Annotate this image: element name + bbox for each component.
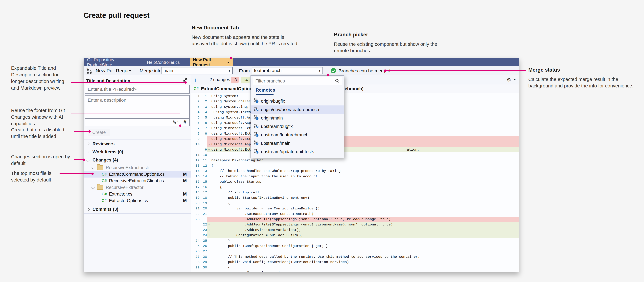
code-text: namespace BikeSharing.Web xyxy=(211,159,264,162)
code-text: // taking the input from the user in to … xyxy=(211,175,320,178)
remote-branch-icon xyxy=(254,149,259,155)
line-number-new: 25 xyxy=(200,238,207,244)
code-text: { xyxy=(211,185,222,189)
connector-line xyxy=(385,70,526,71)
file-label: RecursiveExtractorClient.cs xyxy=(109,178,164,184)
chevron-down-icon: ▾ xyxy=(228,69,230,73)
line-number-old: 20 xyxy=(191,201,200,206)
annotation-title: Merge status xyxy=(528,67,642,73)
csharp-file-icon: C# xyxy=(102,172,107,177)
chevron-down-icon xyxy=(92,166,95,169)
diff-line: 1110 xyxy=(191,152,519,158)
section-commits[interactable]: Commits (3) xyxy=(84,205,191,213)
code-text: using Microsoft.Exte xyxy=(211,132,253,136)
vs-window: Git Repository - ProductStore HelpContro… xyxy=(84,58,519,273)
diff-code: 11using System;22using System.Collect33u… xyxy=(191,94,519,272)
chevron-down-icon xyxy=(92,186,95,189)
diff-line: 2930 { xyxy=(191,265,519,270)
tab-new-pull-request[interactable]: New Pull Request ● xyxy=(190,58,233,66)
line-number-old: 6 xyxy=(191,120,200,126)
line-number-new: 29 xyxy=(200,260,207,265)
line-number-new: 18 xyxy=(200,195,207,201)
filter-branches-input[interactable] xyxy=(253,77,342,85)
line-number-new: 16 xyxy=(200,185,207,190)
branch-item[interactable]: upstream/update-unit-tests xyxy=(251,148,344,156)
create-button[interactable]: Create xyxy=(88,129,110,136)
chevron-right-icon xyxy=(86,150,90,154)
branch-item[interactable]: origin/main xyxy=(251,114,344,122)
divider xyxy=(84,205,191,205)
annotation-new-document-tab: New Document Tab New document tab appear… xyxy=(192,25,308,47)
tree-file-row[interactable]: C# ExtractorOptions.cs M xyxy=(84,197,191,204)
line-number-old: 11 xyxy=(191,152,200,158)
merge-into-select[interactable]: main ▾ xyxy=(161,67,233,74)
remote-branch-icon xyxy=(254,132,259,138)
title-input[interactable] xyxy=(85,85,190,94)
code-text: // This method gets called by the runtim… xyxy=(211,255,420,259)
branch-item[interactable]: upstream/main xyxy=(251,139,344,148)
tab-remotes[interactable]: Remotes xyxy=(256,87,275,93)
connector-dot xyxy=(230,57,232,59)
code-text: using System.Thread xyxy=(211,110,253,114)
code-text: { xyxy=(211,164,214,168)
code-text: public Startup(IHostingEnvironment env) xyxy=(211,196,309,200)
code-text: using System; xyxy=(211,94,238,98)
line-number-new: 28 xyxy=(200,254,207,260)
line-number-new: 5 xyxy=(200,115,207,120)
csharp-file-icon: C# xyxy=(102,198,107,203)
connector-dot xyxy=(384,69,386,72)
diff-line: 9-using Microsoft.Exte xyxy=(191,136,519,142)
diff-line: 1211namespace BikeSharing.Web xyxy=(191,158,519,163)
branch-item[interactable]: origin/bugfix xyxy=(251,97,344,105)
branch-item[interactable]: upstream/bugfix xyxy=(251,122,344,131)
file-label: Extractor.cs xyxy=(109,192,132,197)
line-number-old: 7 xyxy=(191,126,200,131)
from-select[interactable]: featurebranch ▾ xyxy=(252,67,323,74)
line-number-new: 9 xyxy=(200,147,207,152)
section-label: Commits (3) xyxy=(92,207,118,212)
diff-line: 9+using Microsoft.Exteation; xyxy=(191,147,519,152)
tab-git-repository[interactable]: Git Repository - ProductStore xyxy=(84,58,143,66)
gear-icon[interactable]: ⚙ xyxy=(506,76,511,83)
folder-icon xyxy=(97,165,104,170)
code-text: public IConfigurationRoot Configuration … xyxy=(211,244,328,248)
section-changes[interactable]: Changes (4) xyxy=(84,156,191,164)
annotation-body: New document tab appears and the state i… xyxy=(192,34,308,47)
connector-dot xyxy=(83,159,85,161)
tree-file-row[interactable]: C# Extractor.cs M xyxy=(84,191,191,197)
merge-into-value: main xyxy=(164,68,173,73)
ai-generate-icon[interactable]: ✎✦ xyxy=(172,119,179,125)
section-reviewers[interactable]: Reviewers xyxy=(84,140,191,148)
tree-file-row[interactable]: C# ExtractCommandOptions.cs M xyxy=(84,171,191,178)
diff-line: 2425 } xyxy=(191,238,519,244)
annotation-expandable: Expandable Title and Description section… xyxy=(11,65,64,91)
line-number-new: 4 xyxy=(200,110,207,115)
file-label: ExtractorOptions.cs xyxy=(109,198,148,203)
chevron-down-icon[interactable]: ▾ xyxy=(514,77,516,82)
document-tab-bar: Git Repository - ProductStore HelpContro… xyxy=(84,58,519,66)
line-number-new: 26 xyxy=(200,244,207,249)
code-text: using Microsoft.Asp xyxy=(211,116,253,119)
line-number-new: 15 xyxy=(200,179,207,185)
chevron-right-icon xyxy=(86,142,90,145)
line-number-new: 11 xyxy=(200,158,207,163)
tree-file-row[interactable]: C# RecursiveExtractorClient.cs M xyxy=(84,178,191,184)
tab-helpcontroller[interactable]: HelpController.cs xyxy=(144,58,189,66)
previous-change-icon[interactable]: ↑ xyxy=(194,77,197,83)
title-description-header: Title and Description xyxy=(86,78,130,83)
branch-item[interactable]: origin/dev/user/featurebranch xyxy=(251,105,344,114)
line-number-old: 1 xyxy=(191,94,200,99)
work-item-hash-icon[interactable]: # xyxy=(184,119,186,125)
merge-check-icon xyxy=(330,68,336,73)
connector-line xyxy=(74,131,89,132)
section-work-items[interactable]: Work Items (0) xyxy=(84,148,191,156)
remote-branch-icon xyxy=(254,140,259,146)
line-number-old: 5 xyxy=(191,115,200,120)
tree-folder-row[interactable]: RecursiveExtractor xyxy=(84,184,191,191)
branch-item[interactable]: upstream/featurebranch xyxy=(251,131,344,139)
line-number-new: 19 xyxy=(200,201,207,206)
tree-folder-row[interactable]: RecursiveExtractor.cli xyxy=(84,164,191,171)
folder-icon xyxy=(97,185,104,190)
next-change-icon[interactable]: ↓ xyxy=(202,77,204,83)
section-label: Reviewers xyxy=(92,141,115,146)
